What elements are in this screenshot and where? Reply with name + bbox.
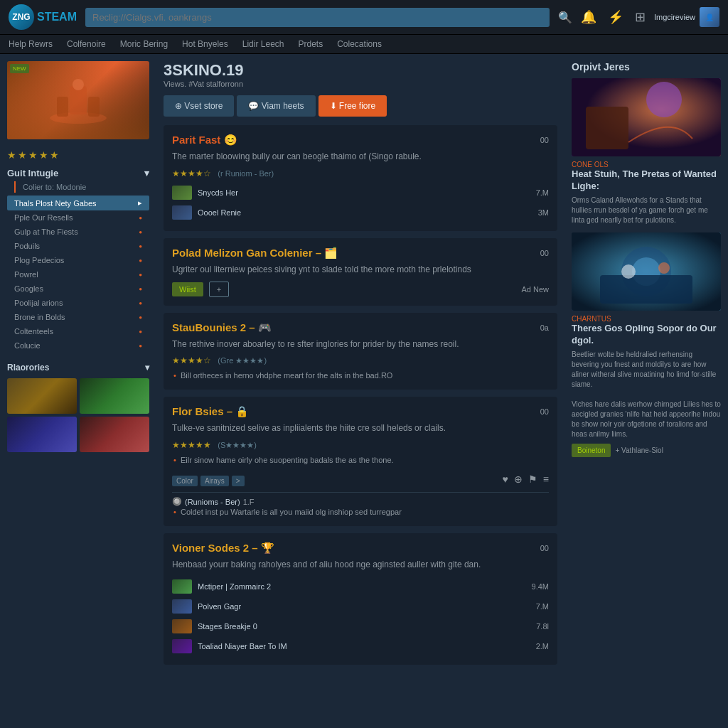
flag-icon[interactable]: ⚑ — [528, 473, 537, 485]
game-header: 3SKINO.19 Views. #Vat stalforronn — [164, 61, 557, 88]
tag-arrays[interactable]: Airays — [200, 476, 229, 486]
dot-icon: ● — [139, 343, 142, 349]
right-game-title-1: Heat Stuih, The Pretas of Wanted Lighe: — [572, 168, 721, 193]
sidebar-item-3[interactable]: Poduils ● — [7, 239, 149, 253]
nav-lidir[interactable]: Lidir Leech — [242, 39, 284, 49]
card-stars-1: ★★★★☆ (r Runiom - Ber) — [172, 168, 549, 178]
sidebar-item-2[interactable]: Gulp at The Fiests ● — [7, 225, 149, 239]
sidebar-main-title[interactable]: Guit Intugie ▾ — [7, 168, 149, 178]
sidebar-item-7[interactable]: Poolijal arions ● — [7, 296, 149, 310]
chevron-down-icon: ▾ — [145, 363, 149, 373]
share-icon[interactable]: ⊕ — [514, 473, 523, 485]
vioner-list-1: Polven Gagr 7.M — [172, 596, 549, 616]
tab-heets[interactable]: 💬 Viam heets — [237, 95, 315, 117]
sidebar-item-5[interactable]: Powrel ● — [7, 267, 149, 282]
nav-prdets[interactable]: Prdets — [299, 39, 323, 49]
search-icon[interactable]: 🔍 — [558, 11, 572, 24]
new-badge: NEW — [10, 64, 29, 73]
add-button[interactable]: + — [209, 282, 229, 297]
library-thumb-2[interactable] — [80, 378, 149, 414]
tag-row-4: Color Airays > — [172, 476, 245, 486]
sidebar-subtitle: Colier to: Modonie — [14, 181, 142, 193]
sidebar-item-top-games[interactable]: Thals Plost Nety Gabes ▸ — [7, 196, 149, 210]
bolt-icon[interactable]: ⚡ — [608, 9, 623, 25]
user-small-icon: 🔘 — [172, 497, 182, 506]
card-flor: Flor Bsies – 🔒 00 Tulke-ve sanitnized se… — [164, 397, 557, 526]
sidebar-item-1[interactable]: Pple Our Resells ● — [7, 210, 149, 225]
sidebar-item-10[interactable]: Colucie ● — [7, 338, 149, 353]
dot-icon: ● — [139, 286, 142, 292]
dot-icon: ● — [139, 215, 142, 221]
card-number-2: 00 — [540, 249, 549, 257]
card-desc-2: Ugriter oul literniew peices siving ynt … — [172, 264, 549, 276]
sidebar-item-9[interactable]: Coltenteels ● — [7, 324, 149, 338]
notification-icon[interactable]: 🔔 — [581, 9, 596, 25]
brand-logo[interactable]: ZNG STEAM — [9, 4, 77, 30]
star-rating: ★ ★ ★ ★ ★ — [0, 146, 156, 164]
secondary-navigation: Help Rewrs Colfenoire Moric Bering Hot B… — [0, 35, 728, 54]
dot-icon: ● — [139, 229, 142, 235]
right-game-tag-1: Cone ols — [572, 161, 721, 168]
card-actions-2: Wiist + Ad New — [172, 282, 549, 297]
sidebar-item-6[interactable]: Googles ● — [7, 282, 149, 296]
card-number-5: 00 — [540, 544, 549, 552]
nav-col[interactable]: Colfenoire — [67, 39, 106, 49]
card-title-5: Vioner Sodes 2 – 🏆 — [172, 542, 274, 555]
tab-free[interactable]: ⬇ Free fiore — [318, 95, 387, 117]
svg-rect-11 — [600, 275, 692, 304]
right-game-title-2: Theres Gos Opling Sopor do Our dgol. — [572, 323, 721, 347]
list-item-1: Snycds Her 7.M — [172, 183, 549, 203]
list-thumb-2 — [172, 205, 192, 220]
search-input[interactable] — [85, 8, 550, 27]
sidebar-libraries-header[interactable]: Rlaorories ▾ — [0, 357, 156, 375]
svg-rect-7 — [586, 107, 628, 149]
right-game-image-1[interactable] — [572, 78, 721, 156]
card-title-2: Polad Melizon Gan Colenier – 🗂️ — [172, 247, 338, 259]
library-thumb-1[interactable] — [7, 378, 77, 414]
nav-colec[interactable]: Colecations — [337, 39, 382, 49]
right-btn-2[interactable]: + Vathlane-Siol — [615, 446, 663, 454]
right-card-2: Charntus Theres Gos Opling Sopor do Our … — [572, 232, 721, 457]
nav-hot[interactable]: Hot Bnyeles — [182, 39, 228, 49]
dot-icon: ● — [139, 243, 142, 250]
card-number-3: 0a — [540, 323, 549, 332]
tab-store[interactable]: ⊕ Vset store — [164, 95, 234, 117]
nav-icon-group: 🔔 ⚡ ⊞ — [581, 9, 646, 25]
tag-color[interactable]: Color — [172, 476, 198, 486]
extra-bullet: Coldet inst pu Wartarle is all you maiid… — [172, 506, 549, 518]
card-title-1: Parit Fast 😊 — [172, 134, 237, 146]
dot-icon: ● — [139, 314, 142, 321]
sidebar-item-8[interactable]: Brone in Bolds ● — [7, 310, 149, 324]
card-header-2: Polad Melizon Gan Colenier – 🗂️ 00 — [172, 247, 549, 259]
extra-meta: (Runioms - Ber) — [185, 498, 240, 506]
chevron-icon: ▸ — [138, 198, 142, 208]
menu-icon[interactable]: ≡ — [543, 473, 549, 485]
user-area[interactable]: Imgcireview 👤 — [654, 7, 719, 27]
tag-more[interactable]: > — [232, 476, 245, 486]
card-header-4: Flor Bsies – 🔒 00 — [172, 405, 549, 418]
svg-point-13 — [658, 262, 670, 274]
wishlist-button[interactable]: Wiist — [172, 282, 203, 296]
card-header-1: Parit Fast 😊 00 — [172, 134, 549, 146]
right-game-image-2[interactable] — [572, 232, 721, 311]
ad-label: Ad New — [521, 285, 549, 294]
main-layout: NEW ★ ★ ★ ★ ★ Guit Intugie ▾ Colier to: … — [0, 54, 728, 679]
right-game-desc-2: Beetlier wolte be heldralied rerhensing … — [572, 350, 721, 439]
right-game-tag-2: Charntus — [572, 315, 721, 323]
heart-icon[interactable]: ♥ — [503, 473, 508, 485]
svg-point-12 — [621, 264, 636, 279]
library-thumb-3[interactable] — [7, 417, 77, 452]
game-title: 3SKINO.19 — [164, 61, 244, 80]
vioner-list-2: Stages Breakje 0 7.8l — [172, 616, 549, 636]
sidebar-item-4[interactable]: Plog Pedecios ● — [7, 253, 149, 267]
featured-game-image[interactable]: NEW — [7, 61, 149, 139]
right-btn-1[interactable]: Boineton — [572, 444, 611, 457]
nav-moric[interactable]: Moric Bering — [120, 39, 168, 49]
sidebar-main-section: Guit Intugie ▾ Colier to: Modonie Thals … — [0, 164, 156, 357]
library-thumb-4[interactable] — [80, 417, 149, 452]
list-item-2: Oooel Renie 3M — [172, 203, 549, 223]
nav-help[interactable]: Help Rewrs — [9, 39, 53, 49]
vioner-list-3: Toaliad Niayer Baer To IM 2.M — [172, 636, 549, 656]
grid-icon[interactable]: ⊞ — [635, 9, 646, 25]
tab-row: ⊕ Vset store 💬 Viam heets ⬇ Free fiore — [164, 95, 557, 117]
